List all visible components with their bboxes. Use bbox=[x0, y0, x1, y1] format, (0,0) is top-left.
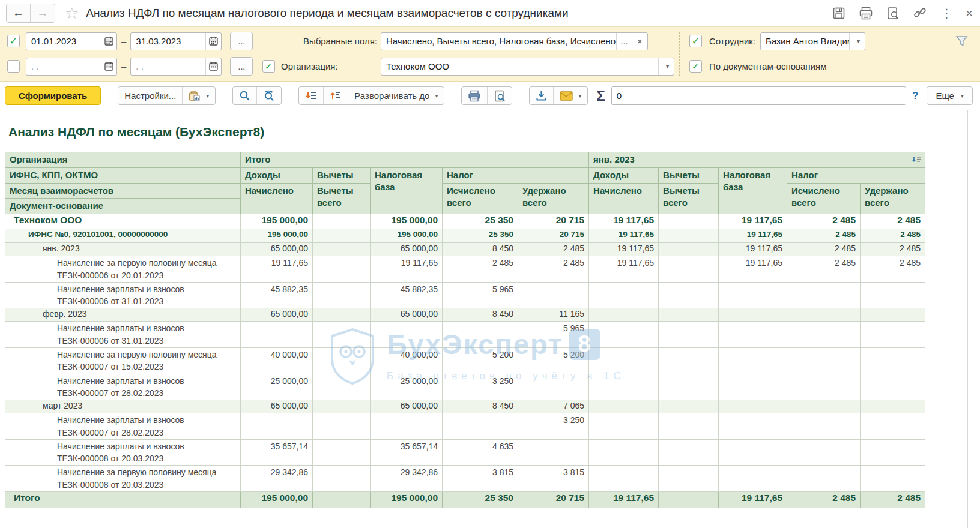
organization-input[interactable]: Техноком ООО ▾ bbox=[381, 58, 674, 76]
cell[interactable]: 19 117,65 bbox=[719, 214, 787, 229]
employee-dropdown-button[interactable]: ▾ bbox=[849, 33, 865, 50]
period2-to-input[interactable]: . . bbox=[130, 58, 222, 76]
cell[interactable] bbox=[313, 492, 371, 508]
cell[interactable] bbox=[719, 466, 787, 492]
cell[interactable] bbox=[371, 322, 443, 348]
cell[interactable]: 29 342,86 bbox=[241, 466, 313, 492]
cell[interactable]: 20 715 bbox=[518, 214, 589, 229]
organization-checkbox[interactable]: ✓ bbox=[262, 60, 275, 73]
cell[interactable] bbox=[313, 374, 371, 400]
cell[interactable]: 45 882,35 bbox=[371, 282, 443, 308]
cell[interactable]: 65 000,00 bbox=[371, 308, 443, 322]
more-menu-button[interactable]: ⋮ bbox=[940, 7, 952, 19]
cell[interactable] bbox=[719, 374, 787, 400]
cell[interactable] bbox=[659, 400, 719, 413]
cell[interactable] bbox=[719, 439, 787, 466]
cell[interactable]: 19 117,65 bbox=[719, 492, 787, 508]
cell[interactable]: 195 000,00 bbox=[241, 229, 313, 243]
cell[interactable] bbox=[659, 229, 719, 243]
cell[interactable] bbox=[719, 400, 787, 413]
cell[interactable] bbox=[313, 439, 371, 466]
row-label[interactable]: Начисление зарплаты и взносовТЕЗК-000007… bbox=[5, 413, 241, 440]
autosum-field[interactable]: 0 bbox=[611, 86, 906, 105]
cell[interactable] bbox=[589, 400, 659, 413]
cell[interactable]: 65 000,00 bbox=[371, 400, 443, 413]
cell[interactable] bbox=[861, 374, 925, 400]
employee-checkbox[interactable]: ✓ bbox=[689, 35, 702, 47]
cell[interactable]: 19 117,65 bbox=[719, 229, 787, 243]
period-select-button[interactable]: ... bbox=[230, 32, 253, 50]
send-email-button[interactable]: ▾ bbox=[554, 87, 587, 104]
table-row[interactable]: янв. 202365 000,0065 000,008 4502 48519 … bbox=[5, 243, 925, 256]
table-row[interactable]: Начисление за первую половину месяцаТЕЗК… bbox=[5, 348, 925, 374]
by-documents-checkbox[interactable]: ✓ bbox=[689, 60, 702, 73]
cell[interactable]: 25 350 bbox=[443, 229, 518, 243]
cell[interactable] bbox=[659, 322, 719, 348]
sort-order-icon[interactable] bbox=[912, 155, 922, 167]
clear-fields-button[interactable]: × bbox=[632, 33, 647, 50]
cell[interactable]: 25 350 bbox=[443, 492, 518, 508]
table-row[interactable]: ИФНС №0, 920101001, 00000000000195 000,0… bbox=[5, 229, 925, 243]
cell[interactable] bbox=[241, 322, 313, 348]
search-next-button[interactable] bbox=[257, 87, 281, 104]
calendar-icon[interactable] bbox=[101, 33, 116, 50]
cell[interactable] bbox=[861, 400, 925, 413]
period2-select-button[interactable]: ... bbox=[230, 57, 253, 76]
cell[interactable]: 25 000,00 bbox=[241, 374, 313, 400]
cell[interactable]: 65 000,00 bbox=[241, 243, 313, 256]
cell[interactable]: 35 657,14 bbox=[371, 439, 443, 466]
cell[interactable] bbox=[518, 282, 589, 308]
row-label[interactable]: Начисление зарплаты и взносовТЕЗК-000008… bbox=[5, 439, 241, 466]
print-preview-button[interactable] bbox=[488, 87, 512, 104]
cell[interactable] bbox=[787, 322, 861, 348]
cell[interactable]: 65 000,00 bbox=[241, 308, 313, 322]
filter-funnel-icon[interactable] bbox=[955, 35, 968, 49]
employee-input[interactable]: Базин Антон Владими ▾ bbox=[760, 32, 865, 50]
cell[interactable] bbox=[313, 282, 371, 308]
close-button[interactable]: × bbox=[966, 7, 973, 19]
cell[interactable] bbox=[861, 348, 925, 374]
cell[interactable] bbox=[589, 308, 659, 322]
cell[interactable] bbox=[787, 413, 861, 440]
cell[interactable] bbox=[313, 348, 371, 374]
cell[interactable]: 4 635 bbox=[443, 439, 518, 466]
cell[interactable] bbox=[659, 308, 719, 322]
cell[interactable] bbox=[659, 256, 719, 283]
cell[interactable] bbox=[313, 229, 371, 243]
cell[interactable]: 195 000,00 bbox=[371, 214, 443, 229]
cell[interactable]: 11 165 bbox=[518, 308, 589, 322]
search-button[interactable] bbox=[233, 87, 257, 104]
period-main-checkbox[interactable]: ✓ bbox=[7, 35, 20, 47]
cell[interactable]: 19 117,65 bbox=[241, 256, 313, 283]
print-button[interactable] bbox=[859, 7, 873, 20]
cell[interactable]: 25 000,00 bbox=[371, 374, 443, 400]
cell[interactable]: 35 657,14 bbox=[241, 439, 313, 466]
cell[interactable] bbox=[659, 348, 719, 374]
selected-fields-input[interactable]: Начислено, Вычеты всего, Налоговая база,… bbox=[381, 32, 648, 50]
row-label[interactable]: ИФНС №0, 920101001, 00000000000 bbox=[5, 229, 241, 243]
period-extra-checkbox[interactable]: ✓ bbox=[7, 60, 20, 73]
forward-button[interactable]: → bbox=[31, 4, 55, 22]
row-label[interactable]: Начисление зарплаты и взносовТЕЗК-000007… bbox=[5, 374, 241, 400]
collapse-groups-button[interactable] bbox=[324, 87, 348, 104]
cell[interactable] bbox=[861, 466, 925, 492]
cell[interactable]: 2 485 bbox=[861, 256, 925, 283]
cell[interactable]: 19 117,65 bbox=[719, 243, 787, 256]
cell[interactable]: 19 117,65 bbox=[589, 243, 659, 256]
cell[interactable]: 5 200 bbox=[518, 348, 589, 374]
cell[interactable]: 2 485 bbox=[861, 492, 925, 508]
cell[interactable]: 195 000,00 bbox=[371, 492, 443, 508]
row-label[interactable]: февр. 2023 bbox=[5, 308, 241, 322]
cell[interactable] bbox=[443, 413, 518, 440]
cell[interactable]: 19 117,65 bbox=[589, 229, 659, 243]
calendar-icon[interactable] bbox=[205, 33, 221, 50]
cell[interactable]: 20 715 bbox=[518, 492, 589, 508]
table-row[interactable]: Начисление зарплаты и взносовТЕЗК-000008… bbox=[5, 439, 925, 466]
cell[interactable] bbox=[719, 322, 787, 348]
calendar-icon[interactable] bbox=[205, 58, 221, 75]
cell[interactable]: 19 117,65 bbox=[371, 256, 443, 283]
cell[interactable] bbox=[787, 282, 861, 308]
cell[interactable]: 195 000,00 bbox=[241, 214, 313, 229]
cell[interactable]: 5 965 bbox=[518, 322, 589, 348]
cell[interactable]: 2 485 bbox=[787, 229, 861, 243]
